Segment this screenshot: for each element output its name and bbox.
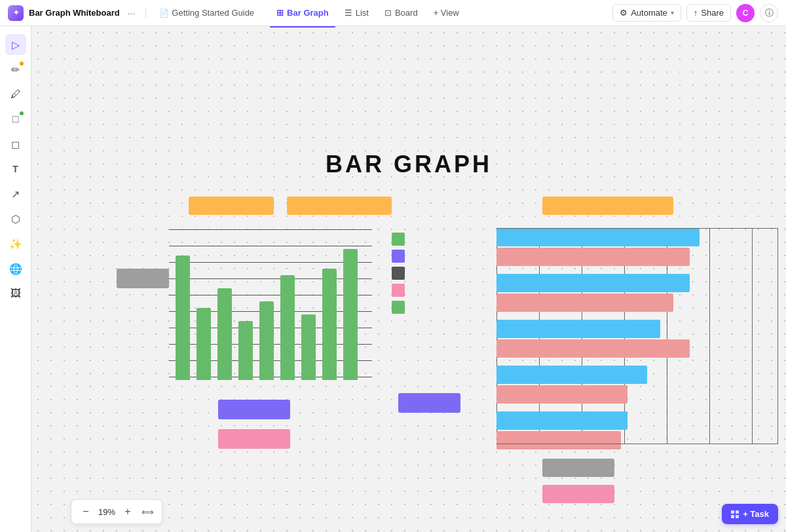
info-button[interactable]: ⓘ — [760, 4, 778, 22]
purple-bar-left — [218, 400, 290, 419]
orange-header-bar-2 — [287, 197, 392, 215]
whiteboard-title: BAR GRAPH — [326, 151, 492, 178]
more-options-button[interactable]: ··· — [125, 7, 138, 20]
tab-list-label: List — [356, 8, 369, 18]
canvas[interactable]: BAR GRAPH — [31, 26, 786, 532]
tool-sticky[interactable]: ◻ — [5, 134, 26, 155]
zoom-out-icon: − — [83, 506, 88, 518]
app-icon: ✦ — [8, 5, 24, 21]
tool-globe[interactable]: 🌐 — [5, 258, 26, 279]
right-actions: ⚙ Automate ▾ ↑ Share C ⓘ — [612, 4, 778, 22]
guide-icon: 📄 — [159, 9, 169, 18]
left-chart — [117, 197, 431, 472]
zoom-in-icon: + — [124, 506, 130, 518]
project-title: Bar Graph Whiteboard — [29, 8, 120, 18]
tab-bar-graph[interactable]: ⊞ Bar Graph — [270, 4, 335, 22]
list-tab-icon: ☰ — [345, 8, 352, 18]
pink-box-right — [542, 485, 614, 503]
automate-icon: ⚙ — [620, 8, 627, 18]
task-grid-icon — [731, 510, 739, 518]
tool-shape[interactable]: □ — [5, 109, 26, 130]
gray-label-box — [117, 269, 169, 288]
sidebar: ▷ ✏ 🖊 □ ◻ T ↗ ⬡ ✨ 🌐 🖼 — [0, 26, 31, 532]
hbar-blue-4 — [496, 366, 647, 384]
automate-button[interactable]: ⚙ Automate ▾ — [612, 4, 681, 22]
tool-text[interactable]: T — [5, 159, 26, 180]
nav-tabs: ⊞ Bar Graph ☰ List ⊡ Board + View — [270, 4, 466, 22]
hbar-red-5 — [496, 431, 621, 449]
hbar-red-4 — [496, 385, 627, 404]
automate-label: Automate — [631, 8, 667, 18]
tab-board[interactable]: ⊡ Board — [378, 4, 424, 22]
task-button[interactable]: + Task — [722, 504, 778, 524]
fit-icon: ⟺ — [141, 507, 154, 517]
left-chart-legend — [392, 233, 405, 318]
hbar-red-2 — [496, 294, 673, 312]
tool-draw[interactable]: 🖊 — [5, 84, 26, 105]
task-label: + Task — [743, 509, 769, 519]
hbar-blue-1 — [496, 228, 700, 246]
topbar: ✦ Bar Graph Whiteboard ··· 📄 Getting Sta… — [0, 0, 786, 26]
pen-dot — [20, 62, 24, 66]
add-view-label: + View — [434, 8, 459, 18]
hbar-blue-2 — [496, 274, 690, 292]
fit-view-button[interactable]: ⟺ — [140, 504, 155, 520]
tab-add-view[interactable]: + View — [427, 4, 466, 22]
bottom-toolbar: − 19% + ⟺ — [71, 499, 162, 524]
tool-ai[interactable]: ✨ — [5, 233, 26, 254]
zoom-out-button[interactable]: − — [78, 504, 94, 520]
tool-pen[interactable]: ✏ — [5, 59, 26, 80]
orange-header-right — [542, 197, 673, 215]
purple-float-right — [398, 393, 460, 413]
breadcrumb-guide[interactable]: 📄 Getting Started Guide — [154, 5, 259, 20]
breadcrumb-guide-label: Getting Started Guide — [172, 8, 254, 18]
right-chart — [457, 197, 786, 485]
shape-dot — [20, 111, 24, 115]
pink-bar-left — [218, 429, 290, 449]
bar-graph-tab-icon: ⊞ — [276, 8, 284, 18]
tool-image[interactable]: 🖼 — [5, 283, 26, 304]
hbar-red-1 — [496, 248, 690, 266]
hchart-container — [464, 228, 778, 444]
share-icon: ↑ — [694, 8, 698, 18]
hbar-blue-3 — [496, 320, 660, 338]
automate-caret: ▾ — [671, 9, 674, 16]
tool-network[interactable]: ⬡ — [5, 208, 26, 229]
share-button[interactable]: ↑ Share — [686, 4, 731, 22]
gray-box-right — [542, 459, 614, 477]
zoom-level: 19% — [96, 507, 117, 517]
orange-header-bar-1 — [189, 197, 274, 215]
hbar-blue-5 — [496, 411, 627, 430]
tab-board-label: Board — [395, 8, 418, 18]
avatar: C — [736, 4, 755, 22]
share-label: Share — [701, 8, 724, 18]
tab-list[interactable]: ☰ List — [338, 4, 375, 22]
hbar-red-3 — [496, 339, 690, 358]
tool-select[interactable]: ▷ — [5, 34, 26, 55]
zoom-in-button[interactable]: + — [120, 504, 136, 520]
main-content: ▷ ✏ 🖊 □ ◻ T ↗ ⬡ ✨ 🌐 🖼 BAR GRAPH — [0, 26, 786, 532]
chart-grid — [169, 229, 372, 380]
tab-bar-graph-label: Bar Graph — [287, 8, 329, 18]
tool-connector[interactable]: ↗ — [5, 183, 26, 204]
board-tab-icon: ⊡ — [384, 8, 392, 18]
divider — [145, 8, 146, 18]
